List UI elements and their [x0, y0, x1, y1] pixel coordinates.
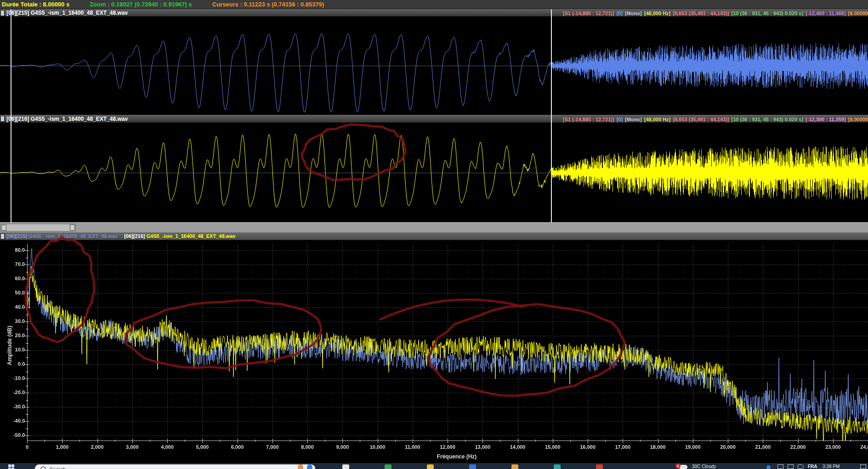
windows-taskbar[interactable]: Search 1 30C Cloudy FRA 3:38 PM: [0, 463, 868, 469]
x-tick-label: 12,000: [434, 444, 461, 450]
timeline-scrollbar[interactable]: [0, 222, 868, 232]
folder-icon[interactable]: [427, 464, 434, 469]
search-pen-icon[interactable]: [298, 464, 303, 469]
search-placeholder: Search: [50, 466, 66, 469]
legend-file-216[interactable]: [06][216] G4S5_-ism_1_16400_48_EXT_48.wa…: [124, 233, 235, 239]
teal-app-icon[interactable]: [554, 464, 561, 469]
x-tick-label: 9,000: [329, 444, 356, 450]
info-segment-4: [8,653 (35,491 : 44,143)]: [673, 117, 729, 122]
audio-analysis-app: Durée Totale : 8.00000 s Zoom : 0.18027 …: [0, 0, 868, 469]
x-tick-label: 11,000: [399, 444, 426, 450]
weather-text[interactable]: 30C Cloudy: [692, 464, 716, 469]
waveform-info-216: [S1 (-14,885 : 12,721)][0][Mono][48,000 …: [563, 115, 868, 123]
panel-grip-icon[interactable]: [0, 233, 5, 239]
media-app-icon[interactable]: [596, 464, 603, 469]
info-segment-7: [8.00000: [848, 11, 868, 16]
info-segment-0: [S1 (-14,885 : 12,721)]: [563, 11, 614, 16]
y-tick-label: 50.0: [6, 290, 25, 295]
blue-app-icon[interactable]: [469, 464, 476, 469]
info-segment-0: [S1 (-14,885 : 12,721)]: [563, 117, 614, 122]
waveform-panel-titlebar-216[interactable]: [06][216] G4S5_-ism_1_16400_48_EXT_48.wa…: [0, 115, 868, 123]
cursors-label: Curseurs : 0.11223 s (0.74156 : 0.85379): [212, 1, 324, 8]
y-tick-label: 40.0: [6, 304, 25, 310]
x-tick-label: 2,000: [84, 444, 111, 450]
star-app-icon[interactable]: [511, 464, 518, 469]
legend-filename-215: G4S5_-ism_1_16400_48_EXT_48.wav: [28, 233, 118, 239]
monitor-icon[interactable]: [788, 464, 794, 469]
y-tick-label: -50.0: [6, 432, 25, 438]
x-tick-label: 17,000: [609, 444, 636, 450]
x-tick-label: 23,000: [819, 444, 847, 450]
x-tick-label: 22,000: [784, 444, 812, 450]
legend-file-215[interactable]: [06][215] G4S5_-ism_1_16400_48_EXT_48.wa…: [6, 233, 118, 239]
notification-center-icon[interactable]: [860, 464, 866, 469]
info-segment-1: [0]: [617, 11, 623, 16]
scrollbar-right-grip-icon[interactable]: [70, 225, 75, 231]
info-segment-5: [10 (36 : 931, 45 : 943) 0.020 s]: [732, 117, 804, 122]
time-cursor-right[interactable]: [551, 9, 552, 223]
onedrive-icon[interactable]: [766, 465, 771, 469]
x-tick-label: 7,000: [259, 444, 286, 450]
panel-grip-icon[interactable]: [0, 116, 5, 122]
x-tick-label: 21,000: [749, 444, 777, 450]
waveform-title-216: [06][216] G4S5_-ism_1_16400_48_EXT_48.wa…: [6, 116, 128, 122]
y-tick-label: -20.0: [6, 390, 25, 395]
x-tick-label: 8,000: [294, 444, 321, 450]
speaker-icon[interactable]: [798, 464, 804, 469]
browser-icon[interactable]: [385, 464, 391, 469]
waveform-canvas-216[interactable]: [0, 123, 868, 222]
info-segment-3: [48,000 Hz]: [644, 11, 670, 16]
clock[interactable]: 3:38 PM: [823, 464, 840, 469]
time-cursor-left[interactable]: [11, 9, 11, 223]
x-tick-label: 15,000: [539, 444, 567, 450]
x-tick-label: 0: [13, 444, 41, 450]
notification-badge: 1: [675, 463, 681, 469]
spectrum-panel[interactable]: 80.070.060.050.040.030.020.010.00.0-10.0…: [0, 240, 868, 463]
info-segment-6: [-12,300 : 11,359]: [806, 117, 845, 122]
keyboard-icon[interactable]: [777, 464, 783, 469]
x-tick-label: 14,000: [504, 444, 532, 450]
waveform-view-215[interactable]: [0, 17, 868, 115]
waveform-title-215: [06][215] G4S5_-ism_1_16400_48_EXT_48.wa…: [6, 10, 128, 16]
info-segment-5: [10 (36 : 931, 45 : 943) 0.020 s]: [732, 11, 804, 16]
y-tick-label: 70.0: [6, 261, 25, 267]
x-tick-label: 19,000: [679, 444, 707, 450]
start-button-icon[interactable]: [8, 464, 15, 469]
scrollbar-left-grip-icon[interactable]: [1, 225, 6, 231]
info-segment-6: [-12,469 : 11,466]: [806, 11, 845, 16]
info-segment-2: [Mono]: [625, 117, 642, 122]
legend-prefix-215: [06][215]: [6, 233, 27, 239]
info-segment-2: [Mono]: [625, 11, 642, 16]
language-indicator[interactable]: FRA: [808, 464, 817, 469]
x-tick-label: 16,000: [574, 444, 601, 450]
y-tick-label: -10.0: [6, 375, 25, 381]
search-highlight-icon[interactable]: [307, 464, 312, 469]
info-segment-3: [48,000 Hz]: [644, 117, 670, 122]
x-tick-label: 6,000: [224, 444, 251, 450]
spectrum-canvas[interactable]: [0, 240, 868, 463]
spectrum-legend-bar: [06][215] G4S5_-ism_1_16400_48_EXT_48.wa…: [0, 232, 868, 240]
y-tick-label: 80.0: [6, 247, 25, 253]
panel-grip-icon[interactable]: [0, 10, 5, 16]
status-bar: Durée Totale : 8.00000 s Zoom : 0.18027 …: [0, 0, 868, 9]
x-tick-label: 10,000: [364, 444, 391, 450]
file-explorer-icon[interactable]: [342, 464, 349, 469]
info-segment-7: [8.00000: [848, 117, 868, 122]
waveform-canvas-215[interactable]: [0, 17, 868, 115]
y-tick-label: 60.0: [6, 276, 25, 281]
taskbar-search-input[interactable]: Search: [35, 464, 315, 469]
x-tick-label: 20,000: [714, 444, 742, 450]
x-tick-label: 1,000: [48, 444, 76, 450]
y-tick-label: -40.0: [6, 418, 25, 424]
x-tick-label: 13,000: [469, 444, 496, 450]
x-tick-label: 5,000: [188, 444, 216, 450]
x-axis-title: Fréquence (Hz): [420, 453, 494, 460]
legend-prefix-216: [06][216]: [124, 233, 145, 239]
info-segment-1: [0]: [617, 117, 623, 122]
zoom-range-label: Zoom : 0.18027 (0.73940 : 0.91967) s: [90, 1, 192, 8]
info-segment-4: [8,653 (35,491 : 44,143)]: [673, 11, 729, 16]
waveform-panel-titlebar-215[interactable]: [06][215] G4S5_-ism_1_16400_48_EXT_48.wa…: [0, 9, 868, 17]
scrollbar-thumb[interactable]: [0, 224, 76, 232]
y-axis-title: Amplitude (dB): [6, 320, 13, 371]
waveform-view-216[interactable]: [0, 123, 868, 222]
